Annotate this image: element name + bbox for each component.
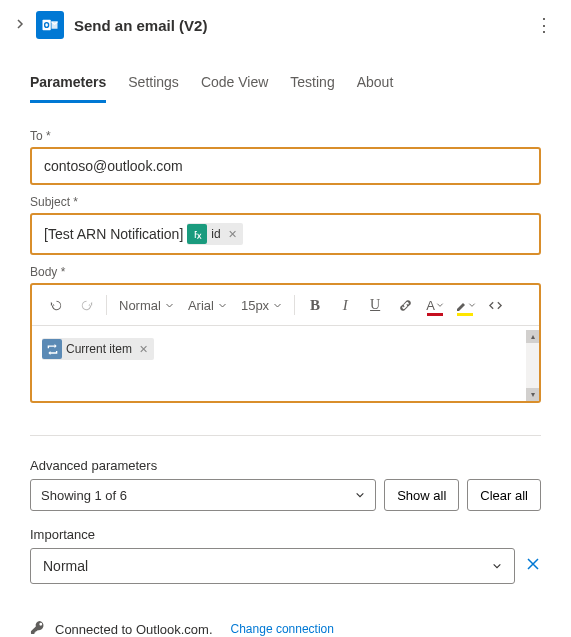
code-view-button[interactable] — [481, 291, 509, 319]
token-label: id — [211, 227, 220, 241]
body-label: Body * — [30, 265, 541, 279]
token-remove-icon[interactable]: ✕ — [225, 228, 240, 241]
importance-select[interactable]: Normal — [30, 548, 515, 584]
tab-testing[interactable]: Testing — [290, 66, 334, 103]
connection-icon — [30, 620, 45, 637]
outlook-icon — [36, 11, 64, 39]
to-label: To * — [30, 129, 541, 143]
scroll-up-icon[interactable]: ▴ — [526, 330, 539, 343]
token-remove-icon[interactable]: ✕ — [136, 343, 151, 356]
subject-label: Subject * — [30, 195, 541, 209]
subject-prefix-text: [Test ARN Notification] — [44, 226, 183, 242]
link-button[interactable] — [391, 291, 419, 319]
style-select[interactable]: Normal — [113, 298, 180, 313]
change-connection-link[interactable]: Change connection — [231, 622, 334, 636]
bold-button[interactable]: B — [301, 291, 329, 319]
token-label: Current item — [66, 342, 132, 356]
body-editor[interactable]: Normal Arial 15px B I U A Current item ✕… — [30, 283, 541, 403]
dynamic-token-current-item[interactable]: Current item ✕ — [42, 338, 154, 360]
underline-button[interactable]: U — [361, 291, 389, 319]
more-menu-icon[interactable]: ⋮ — [531, 10, 557, 40]
highlight-button[interactable] — [451, 291, 479, 319]
loop-icon — [42, 339, 62, 359]
tab-settings[interactable]: Settings — [128, 66, 179, 103]
clear-all-button[interactable]: Clear all — [467, 479, 541, 511]
chevron-down-icon — [492, 561, 502, 571]
undo-button[interactable] — [42, 291, 70, 319]
tab-code-view[interactable]: Code View — [201, 66, 268, 103]
show-all-button[interactable]: Show all — [384, 479, 459, 511]
tab-bar: Parameters Settings Code View Testing Ab… — [0, 66, 571, 103]
importance-label: Importance — [30, 527, 541, 542]
font-select[interactable]: Arial — [182, 298, 233, 313]
rich-text-toolbar: Normal Arial 15px B I U A — [32, 285, 539, 326]
divider — [30, 435, 541, 436]
fx-icon — [187, 224, 207, 244]
advanced-params-select[interactable]: Showing 1 of 6 — [30, 479, 376, 511]
size-select[interactable]: 15px — [235, 298, 288, 313]
subject-input[interactable]: [Test ARN Notification] id ✕ — [30, 213, 541, 255]
to-input[interactable]: contoso@outlook.com — [30, 147, 541, 185]
importance-clear-button[interactable] — [525, 556, 541, 576]
advanced-summary: Showing 1 of 6 — [41, 488, 127, 503]
tab-parameters[interactable]: Parameters — [30, 66, 106, 103]
dynamic-token-id[interactable]: id ✕ — [187, 223, 242, 245]
action-title: Send an email (V2) — [74, 17, 521, 34]
tab-about[interactable]: About — [357, 66, 394, 103]
chevron-down-icon — [355, 490, 365, 500]
scroll-down-icon[interactable]: ▾ — [526, 388, 539, 401]
expand-toggle[interactable] — [14, 17, 26, 33]
body-content-area[interactable]: Current item ✕ ▴ ▾ — [32, 330, 539, 401]
font-color-button[interactable]: A — [421, 291, 449, 319]
scrollbar[interactable]: ▴ ▾ — [526, 330, 539, 401]
italic-button[interactable]: I — [331, 291, 359, 319]
redo-button[interactable] — [72, 291, 100, 319]
connection-status: Connected to Outlook.com. — [55, 622, 213, 637]
importance-value: Normal — [43, 558, 88, 574]
to-value: contoso@outlook.com — [44, 158, 183, 174]
advanced-params-label: Advanced parameters — [30, 458, 541, 473]
